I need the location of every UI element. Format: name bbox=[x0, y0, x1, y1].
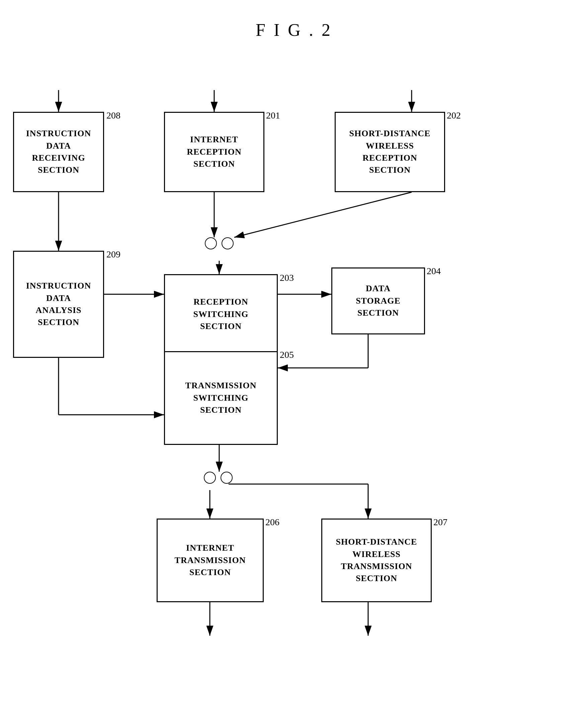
ref-209: 209 bbox=[106, 249, 120, 260]
short-distance-transmission-box: SHORT-DISTANCEWIRELESSTRANSMISSIONSECTIO… bbox=[321, 518, 432, 602]
internet-transmission-box: INTERNETTRANSMISSIONSECTION bbox=[157, 518, 264, 602]
instruction-analysis-box: INSTRUCTIONDATAANALYSISSECTION bbox=[13, 251, 104, 358]
ref-208: 208 bbox=[106, 110, 120, 121]
instruction-receiving-box: INSTRUCTIONDATARECEIVINGSECTION bbox=[13, 112, 104, 192]
svg-line-6 bbox=[234, 192, 412, 237]
short-distance-reception-box: SHORT-DISTANCEWIRELESSRECEPTIONSECTION bbox=[335, 112, 445, 192]
internet-transmission-label: INTERNETTRANSMISSIONSECTION bbox=[175, 542, 246, 578]
circle-bottom-right bbox=[220, 472, 233, 484]
page-title: F I G . 2 bbox=[0, 0, 588, 40]
ref-202: 202 bbox=[447, 110, 461, 121]
data-storage-box: DATASTORAGESECTION bbox=[331, 267, 425, 334]
instruction-analysis-label: INSTRUCTIONDATAANALYSISSECTION bbox=[26, 280, 91, 329]
ref-203: 203 bbox=[280, 272, 294, 283]
circle-bottom-left bbox=[204, 472, 216, 484]
internet-reception-box: INTERNETRECEPTIONSECTION bbox=[164, 112, 265, 192]
circle-top-left bbox=[205, 237, 217, 249]
transmission-switching-label: TRANSMISSIONSWITCHINGSECTION bbox=[185, 380, 257, 416]
ref-205: 205 bbox=[280, 349, 294, 360]
transmission-switching-box: TRANSMISSIONSWITCHINGSECTION bbox=[164, 351, 278, 445]
reception-switching-label: RECEPTIONSWITCHINGSECTION bbox=[193, 296, 248, 332]
ref-206: 206 bbox=[265, 517, 279, 528]
reception-switching-box: RECEPTIONSWITCHINGSECTION bbox=[164, 274, 278, 355]
ref-207: 207 bbox=[434, 517, 447, 528]
short-distance-transmission-label: SHORT-DISTANCEWIRELESSTRANSMISSIONSECTIO… bbox=[336, 536, 417, 585]
ref-201: 201 bbox=[266, 110, 280, 121]
instruction-receiving-label: INSTRUCTIONDATARECEIVINGSECTION bbox=[26, 128, 91, 176]
diagram: INSTRUCTIONDATARECEIVINGSECTION 208 INTE… bbox=[0, 60, 588, 707]
data-storage-label: DATASTORAGESECTION bbox=[356, 282, 401, 319]
short-distance-reception-label: SHORT-DISTANCEWIRELESSRECEPTIONSECTION bbox=[349, 128, 431, 176]
ref-204: 204 bbox=[427, 266, 441, 276]
circle-top-right bbox=[221, 237, 234, 249]
internet-reception-label: INTERNETRECEPTIONSECTION bbox=[187, 134, 242, 170]
